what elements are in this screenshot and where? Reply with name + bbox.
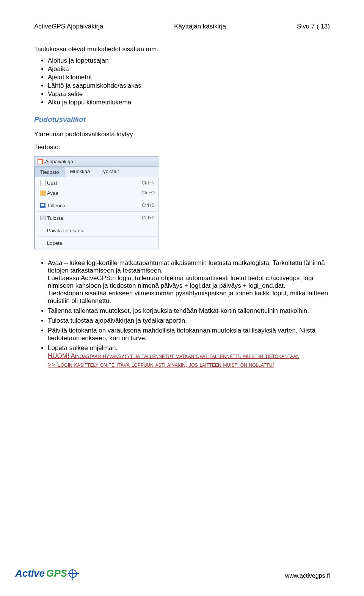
new-file-icon (39, 180, 47, 186)
menu-item-label: Tulosta (47, 215, 134, 221)
warning-line2: >> Login käsittely on tehtävä loppuun as… (48, 361, 274, 368)
tiedosto-label: Tiedosto: (34, 143, 330, 151)
menu-separator (37, 237, 156, 237)
list-item: Ajoaika (48, 65, 330, 73)
menu-item-label: Lopeta (47, 240, 155, 246)
list-item: Tallenna tallentaa muutokset, jos korjau… (48, 307, 330, 315)
app-icon (38, 159, 43, 164)
tiedosto-dropdown: Uusi Ctrl+N Avaa Ctrl+O Tallenna Ctrl+S … (35, 177, 159, 249)
window-titlebar: Ajopäiväkirja (35, 157, 159, 167)
logo-text-active: Active (15, 568, 45, 579)
menu-item-uusi[interactable]: Uusi Ctrl+N (35, 178, 158, 188)
print-icon (39, 216, 47, 220)
menu-item-shortcut: Ctrl+N (134, 180, 155, 186)
menu-item-avaa[interactable]: Avaa Ctrl+O (35, 188, 158, 198)
menu-tyokalut[interactable]: Työkalut (95, 167, 124, 177)
first-bullet-list: Aloitus ja lopetusajan Ajoaika Ajetut ki… (48, 57, 330, 106)
app-window: Ajopäiväkirja Tiedosto Muokkaa Työkalut … (34, 156, 159, 249)
menu-tiedosto[interactable]: Tiedosto (35, 167, 64, 177)
menu-item-shortcut: Ctrl+P (134, 215, 155, 221)
menu-item-label: Päivitä tietokanta (47, 228, 155, 233)
list-item: Tulosta tulostaa ajopäiväkirjan ja työai… (48, 317, 330, 325)
main-bullet-list: Avaa – lukee logi-kortille matkatapahtum… (48, 259, 330, 369)
list-item: Lopeta sulkee ohjelman. HUOM! Ainoastaan… (48, 344, 330, 369)
menu-muokkaa[interactable]: Muokkaa (64, 167, 95, 177)
menu-item-tallenna[interactable]: Tallenna Ctrl+S (35, 200, 158, 210)
list-item: Päivitä tietokanta on varauksena mahdoll… (48, 327, 330, 342)
menu-item-lopeta[interactable]: Lopeta (35, 238, 158, 248)
list-item: Ajetut kilometrit (48, 74, 330, 81)
header-right: Sivu 7 ( 13) (297, 23, 330, 30)
header-center: Käyttäjän käsikirja (174, 23, 226, 30)
open-folder-icon (39, 191, 47, 196)
menu-item-label: Tallenna (47, 203, 134, 208)
window-title: Ajopäiväkirja (45, 159, 73, 164)
activegps-logo: ActiveGPS (15, 568, 77, 579)
list-item: Lähtö ja saapumiskohde/asiakas (48, 82, 330, 90)
menu-item-shortcut: Ctrl+O (134, 190, 155, 196)
page-footer: ActiveGPS www.activegps.fi (15, 568, 330, 579)
section-intro: Yläreunan pudotusvalikoista löytyy (34, 131, 330, 138)
header-left: ActiveGPS Ajopäiväkirja (34, 23, 103, 30)
section-title: Pudotusvalikot (34, 115, 330, 124)
intro-text: Taulukossa olevat matkatiedot sisältää m… (34, 46, 330, 53)
menu-item-paivita[interactable]: Päivitä tietokanta (35, 225, 158, 235)
menu-separator (37, 211, 156, 212)
huom-label: HUOM! (48, 352, 69, 359)
menu-item-shortcut: Ctrl+S (134, 203, 155, 208)
menu-item-tulosta[interactable]: Tulosta Ctrl+P (35, 213, 158, 223)
menu-item-label: Avaa (47, 190, 134, 196)
menu-separator (37, 224, 156, 224)
footer-url: www.activegps.fi (285, 572, 330, 579)
save-icon (39, 203, 47, 208)
list-item: Avaa – lukee logi-kortille matkatapahtum… (48, 259, 330, 305)
menu-separator (37, 199, 156, 199)
list-item: Vapaa selite (48, 90, 330, 98)
target-icon (69, 569, 77, 578)
warning-line1: Ainoastaan hyväksytyt ja tallennetut mat… (69, 352, 300, 359)
list-item: Alku ja loppu kilometrilukema (48, 99, 330, 106)
list-item: Aloitus ja lopetusajan (48, 57, 330, 65)
logo-text-gps: GPS (46, 568, 67, 579)
menu-item-label: Uusi (47, 180, 134, 186)
menubar: Tiedosto Muokkaa Työkalut (35, 167, 159, 177)
